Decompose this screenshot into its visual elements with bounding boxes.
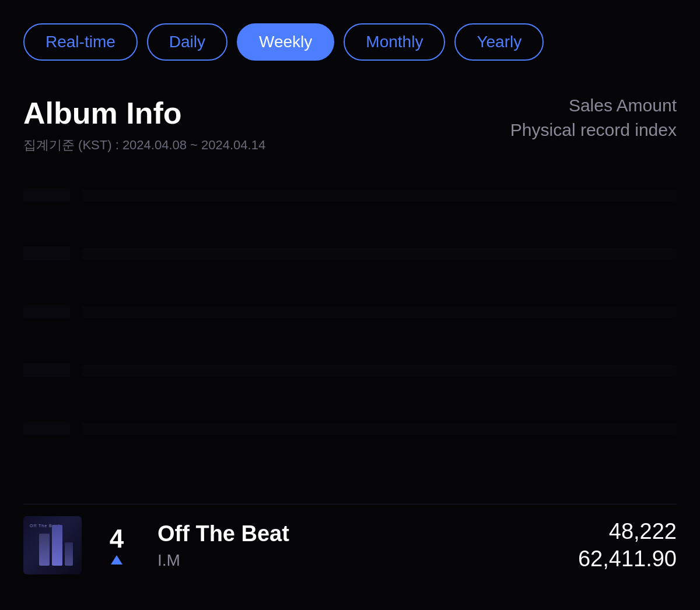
ghost-row-1 bbox=[23, 166, 677, 224]
tab-realtime[interactable]: Real-time bbox=[23, 23, 138, 61]
album-art: Off The Beat bbox=[26, 519, 79, 572]
track-info: Off The Beat I.M bbox=[152, 521, 578, 570]
track-stats: 48,222 62,411.90 bbox=[578, 519, 677, 572]
rank-up-icon bbox=[111, 555, 123, 565]
ghost-row-3 bbox=[23, 282, 677, 341]
track-artist: I.M bbox=[158, 551, 578, 570]
chart-area bbox=[0, 166, 700, 504]
rank-change-indicator bbox=[111, 555, 123, 565]
ghost-row-4 bbox=[23, 341, 677, 399]
track-title: Off The Beat bbox=[158, 521, 578, 546]
column-headers: Sales Amount Physical record index bbox=[510, 96, 677, 140]
album-cover: Off The Beat bbox=[23, 516, 82, 574]
date-range: 집계기준 (KST) : 2024.04.08 ~ 2024.04.14 bbox=[23, 136, 265, 154]
time-filter-nav: Real-time Daily Weekly Monthly Yearly bbox=[0, 0, 700, 78]
tab-weekly[interactable]: Weekly bbox=[237, 23, 334, 61]
sales-amount-header: Sales Amount bbox=[510, 96, 677, 115]
ghost-row-5 bbox=[23, 399, 677, 457]
chart-list: Off The Beat 4 Off The Beat I.M 48,222 6… bbox=[0, 504, 700, 586]
tab-yearly[interactable]: Yearly bbox=[454, 23, 544, 61]
rank-block: 4 bbox=[93, 526, 140, 565]
album-info-section: Album Info 집계기준 (KST) : 2024.04.08 ~ 202… bbox=[0, 78, 700, 166]
rank-number: 4 bbox=[110, 526, 124, 552]
album-info-title: Album Info bbox=[23, 96, 265, 131]
tab-monthly[interactable]: Monthly bbox=[344, 23, 445, 61]
physical-index-value: 62,411.90 bbox=[578, 546, 677, 572]
sales-value: 48,222 bbox=[578, 519, 677, 544]
table-row[interactable]: Off The Beat 4 Off The Beat I.M 48,222 6… bbox=[23, 504, 677, 586]
physical-record-header: Physical record index bbox=[510, 120, 677, 140]
ghost-row-2 bbox=[23, 224, 677, 282]
tab-daily[interactable]: Daily bbox=[147, 23, 228, 61]
